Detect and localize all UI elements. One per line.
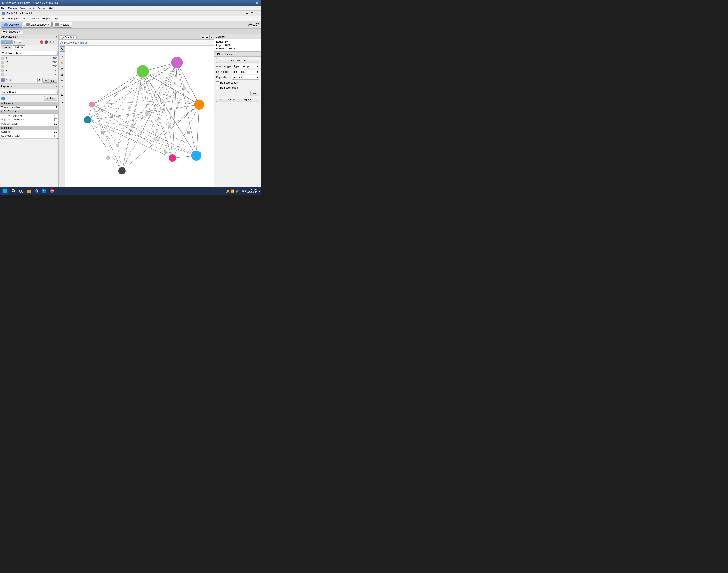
context-minimize[interactable]: — (257, 35, 260, 38)
remove-nodes-checkbox[interactable] (216, 87, 219, 89)
stats-tab[interactable]: Stati... (225, 53, 232, 55)
remove-edges-checkbox[interactable] (216, 82, 219, 84)
grab-tool[interactable]: ✋ (60, 60, 65, 65)
app-menu-workspace[interactable]: Workspace (8, 17, 19, 20)
vm-menu-machine[interactable]: Machine (8, 7, 17, 10)
overview-tab[interactable]: Overview (1, 22, 22, 28)
graph-nav-next[interactable]: ▶ (205, 35, 209, 39)
vm-menu-file[interactable]: File (1, 7, 5, 10)
gephi-taskbar[interactable] (49, 188, 55, 195)
label-color-icon[interactable]: A (49, 41, 51, 44)
preview-tab[interactable]: Preview (52, 22, 72, 28)
rect-select-tool[interactable]: ⬚ (60, 52, 65, 58)
eraser-tool[interactable]: ✂ (60, 78, 65, 84)
app-menu-tools[interactable]: Tools (22, 17, 28, 20)
tuning-label: Tuning (4, 126, 11, 129)
svg-point-108 (128, 106, 131, 109)
task-view-icon (19, 189, 23, 193)
attr-type-dropdown[interactable]: type (class ja... ▾ (233, 64, 259, 68)
run-stats-btn[interactable]: Run (250, 91, 259, 96)
titlebar-minimize[interactable]: — (245, 1, 249, 5)
vm-menu-view[interactable]: View (20, 7, 25, 10)
color-icon[interactable]: ● (40, 40, 43, 44)
graph-canvas[interactable] (65, 46, 214, 194)
filters-minimize[interactable]: — (237, 52, 240, 56)
vm-menu-devices[interactable]: Devices (37, 7, 46, 10)
size-icon[interactable]: ◎ (45, 40, 48, 44)
label-size-icon[interactable]: T (53, 40, 55, 44)
app-maximize-btn[interactable]: ❐ (250, 11, 254, 15)
app-minimize-btn[interactable]: — (245, 11, 249, 15)
graph-nav-prev[interactable]: ◀ (201, 35, 205, 39)
unique-btn[interactable]: Unique (1, 45, 12, 49)
approx-repuls-checkbox[interactable] (54, 118, 57, 121)
start-btn[interactable] (1, 187, 9, 195)
app-menu-window[interactable]: Window (31, 17, 39, 20)
graph-tab[interactable]: ⬡ Graph ✕ (59, 36, 76, 40)
configure-link[interactable]: (Configure) (75, 41, 87, 44)
tt-icon[interactable]: T (56, 41, 58, 44)
workspace-tab-1[interactable]: Workspace 1 ✕ (1, 30, 23, 34)
edges-btn[interactable]: Edges (12, 40, 23, 44)
tuning-section[interactable]: ⊟ Tuning (0, 126, 58, 130)
app-menu-help[interactable]: Help (53, 17, 58, 20)
network-icon[interactable]: 📶 (231, 189, 235, 193)
threads-section[interactable]: ⊟ Threads (0, 102, 58, 106)
mod-num-3: 8 (6, 69, 52, 72)
palette-link[interactable]: Palette... (6, 79, 15, 82)
nodes-btn[interactable]: Nodes (1, 40, 11, 44)
svg-point-97 (160, 99, 164, 102)
move-tool[interactable]: ✈ (60, 84, 65, 89)
task-view-taskbar[interactable] (18, 188, 25, 195)
settings-tool[interactable]: ⚙ (60, 92, 65, 97)
refresh-icon[interactable]: ↺ (37, 78, 41, 82)
run-btn[interactable]: ▶ Run (44, 96, 57, 101)
apply-btn[interactable]: ▶ Apply (43, 78, 57, 83)
filters-x[interactable]: ✕ (233, 53, 236, 55)
performance-section[interactable]: ⊟ Performance (0, 110, 58, 114)
load-attrs-btn[interactable]: Load attributes (216, 58, 259, 63)
select-tool[interactable]: ↖ (60, 47, 65, 52)
virtualbox-titlebar: 🖥 Windows 10 [Running] - Oracle VM Virtu… (0, 0, 261, 6)
bipartite-btn[interactable]: Bipartit... (238, 97, 260, 102)
modularity-dropdown[interactable]: Modularity Class ▾ (1, 51, 58, 56)
file-explorer-taskbar[interactable] (25, 188, 33, 195)
right-matrix-dropdown[interactable]: post - post ▾ (232, 75, 259, 80)
taskbar-clock[interactable]: 21:01 07/10/2016 (248, 188, 260, 194)
app-menu-plugins[interactable]: Plugins (42, 17, 50, 20)
stronger-gravity-label: Stronger Gravity (1, 134, 54, 137)
mail-taskbar[interactable] (41, 188, 48, 195)
volume-icon[interactable]: 🔊 (236, 189, 239, 193)
browser-taskbar[interactable] (33, 188, 40, 195)
gem-tool[interactable]: ◆ (60, 72, 65, 77)
pencil-tool[interactable]: ✏ (60, 66, 65, 71)
vm-menu-help[interactable]: Help (49, 7, 54, 10)
appearance-minimize[interactable]: — (20, 35, 23, 38)
layout-dropdown[interactable]: ForceAtlas 2 ▾ (1, 90, 58, 95)
graph-coloring-btn[interactable]: Graph Coloring (216, 97, 238, 102)
graph-nav-menu[interactable]: ▾ (209, 35, 213, 39)
unknown-tool[interactable]: ? (60, 100, 65, 105)
search-taskbar[interactable] (10, 188, 17, 195)
info-icon[interactable]: i (1, 97, 5, 100)
stronger-gravity-checkbox[interactable] (54, 135, 57, 137)
lang-label[interactable]: ENG (241, 190, 246, 192)
app-close-btn[interactable]: ✕ (255, 11, 259, 15)
titlebar-maximize[interactable]: . . (250, 1, 254, 5)
layout-minimize[interactable]: — (13, 85, 16, 88)
gephi-toolbar-icon: ⬡ (60, 41, 63, 45)
data-lab-tab[interactable]: Data Laboratory (23, 22, 52, 28)
vm-menu-input[interactable]: Input (29, 7, 34, 10)
titlebar-close[interactable]: ✕ (255, 1, 259, 5)
perf-collapse: ⊟ (1, 110, 3, 113)
layout-props: ⊟ Threads Threads number 1 ⊟ Performance… (0, 102, 58, 190)
attribute-btn[interactable]: Attribute (13, 45, 25, 49)
graph-tab-close[interactable]: ✕ (72, 37, 74, 39)
filters-tab[interactable]: Filters (216, 52, 223, 55)
appearance-close[interactable]: ▾ (56, 36, 57, 38)
left-matrix-dropdown[interactable]: post - post ▾ (232, 70, 259, 74)
layout-close[interactable]: ▾ (56, 85, 57, 88)
app-menu-file[interactable]: File (1, 17, 5, 20)
workspace-tab-close[interactable]: ✕ (19, 31, 21, 33)
notif-icon[interactable]: 🔔 (226, 189, 229, 193)
